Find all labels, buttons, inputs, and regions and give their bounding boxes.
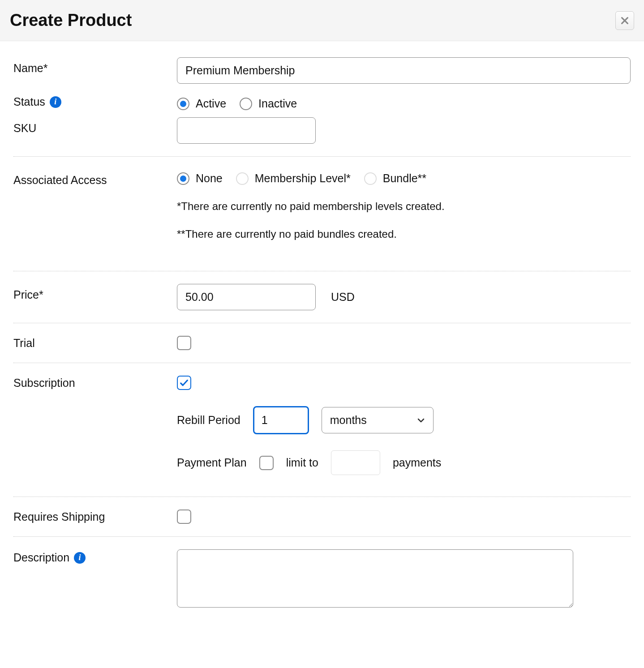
radio-access-membership[interactable]: Membership Level* <box>236 172 351 185</box>
note-bundle: **There are currently no paid bundles cr… <box>177 228 631 240</box>
subscription-checkbox[interactable] <box>177 376 191 390</box>
currency-label: USD <box>331 291 355 304</box>
payment-limit-input[interactable] <box>331 450 380 475</box>
shipping-checkbox[interactable] <box>177 510 191 524</box>
description-textarea[interactable] <box>177 549 573 608</box>
label-access: Associated Access <box>13 169 177 187</box>
section-divider <box>13 497 631 497</box>
label-price: Price* <box>13 284 177 301</box>
section-divider <box>13 536 631 537</box>
form-body: Name* Status i Active Inactive <box>0 41 644 622</box>
chevron-down-icon <box>416 415 426 426</box>
section-divider <box>13 156 631 157</box>
sku-input[interactable] <box>177 117 316 144</box>
label-sku: SKU <box>13 117 177 135</box>
modal-title: Create Product <box>10 11 132 30</box>
row-price: Price* USD <box>13 280 631 314</box>
label-description: Description i <box>13 549 177 564</box>
row-description: Description i <box>13 546 631 613</box>
check-icon <box>179 378 189 388</box>
label-subscription: Subscription <box>13 376 177 390</box>
radio-label: None <box>196 172 223 185</box>
row-sku: SKU <box>13 114 631 147</box>
payment-plan-checkbox[interactable] <box>259 456 274 470</box>
label-status: Status i <box>13 94 177 108</box>
limit-prefix: limit to <box>286 456 318 469</box>
info-icon[interactable]: i <box>74 552 86 564</box>
close-button[interactable] <box>615 11 634 30</box>
section-divider <box>13 363 631 363</box>
radio-label: Active <box>196 97 226 110</box>
section-divider <box>13 271 631 271</box>
trial-checkbox[interactable] <box>177 336 191 350</box>
radio-icon <box>236 172 249 185</box>
radio-label: Inactive <box>258 97 297 110</box>
label-name: Name* <box>13 57 177 75</box>
row-trial: Trial <box>13 332 631 354</box>
radio-icon <box>177 172 189 185</box>
label-trial: Trial <box>13 336 177 350</box>
label-description-text: Description <box>13 551 69 564</box>
row-subscription: Subscription Rebill Period Payment Plan <box>13 372 631 479</box>
radio-icon <box>364 172 377 185</box>
radio-access-bundle[interactable]: Bundle** <box>364 172 426 185</box>
row-access: Associated Access None Membership Level*… <box>13 166 631 244</box>
section-divider <box>13 323 631 323</box>
rebill-period-input[interactable] <box>253 406 309 434</box>
payment-plan-label: Payment Plan <box>177 456 247 469</box>
rebill-label: Rebill Period <box>177 414 240 427</box>
modal-header: Create Product <box>0 0 644 41</box>
limit-suffix: payments <box>393 456 441 469</box>
row-shipping: Requires Shipping <box>13 506 631 527</box>
radio-label: Bundle** <box>383 172 426 185</box>
create-product-modal: Create Product Name* Status i Active <box>0 0 644 622</box>
price-input[interactable] <box>177 284 316 310</box>
row-status: Status i Active Inactive <box>13 87 631 114</box>
radio-status-active[interactable]: Active <box>177 97 226 110</box>
label-shipping: Requires Shipping <box>13 510 177 523</box>
close-icon <box>620 16 630 26</box>
name-input[interactable] <box>177 57 631 84</box>
note-membership: *There are currently no paid membership … <box>177 200 631 213</box>
radio-icon <box>177 98 189 110</box>
rebill-unit-select[interactable] <box>322 407 434 433</box>
radio-access-none[interactable]: None <box>177 172 223 185</box>
radio-label: Membership Level* <box>255 172 351 185</box>
radio-icon <box>240 98 252 110</box>
row-name: Name* <box>13 54 631 87</box>
radio-status-inactive[interactable]: Inactive <box>240 97 297 110</box>
rebill-row: Rebill Period <box>177 406 631 434</box>
info-icon[interactable]: i <box>50 96 61 108</box>
payment-plan-row: Payment Plan limit to payments <box>177 450 631 475</box>
label-status-text: Status <box>13 95 45 108</box>
